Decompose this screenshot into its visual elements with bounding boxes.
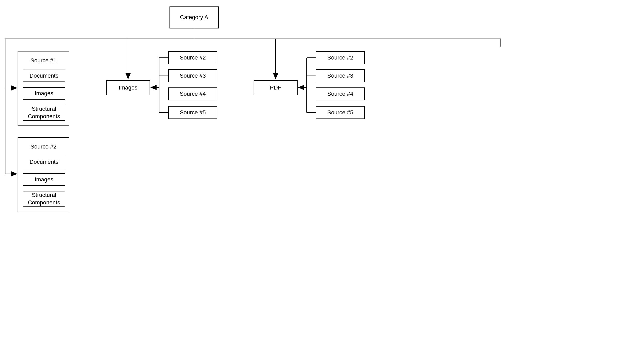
source1-item-images: Images — [23, 87, 65, 100]
middle-source-label: Source #5 — [180, 109, 206, 116]
source2-item-structural: Structural Components — [23, 191, 65, 207]
right-source-4: Source #4 — [316, 87, 365, 100]
pdf-label: PDF — [270, 84, 281, 92]
source1-item-label: Documents — [30, 72, 58, 80]
source2-title: Source #2 — [18, 143, 69, 150]
pdf-box: PDF — [254, 80, 298, 95]
source2-item-images: Images — [23, 173, 65, 186]
source1-item-label: Images — [35, 90, 53, 97]
source1-item-structural: Structural Components — [23, 105, 65, 121]
right-source-2: Source #2 — [316, 51, 365, 64]
right-source-label: Source #4 — [327, 90, 353, 98]
middle-source-2: Source #2 — [168, 51, 217, 64]
right-source-label: Source #5 — [327, 109, 353, 116]
middle-source-label: Source #3 — [180, 72, 206, 80]
source2-item-label: Documents — [30, 158, 58, 166]
images-box: Images — [106, 80, 150, 95]
right-source-label: Source #3 — [327, 72, 353, 80]
middle-source-3: Source #3 — [168, 69, 217, 82]
root-category-box: Category A — [170, 6, 219, 28]
middle-source-5: Source #5 — [168, 106, 217, 119]
source2-container: Source #2 Documents Images Structural Co… — [18, 137, 69, 212]
source1-container: Source #1 Documents Images Structural Co… — [18, 51, 69, 126]
right-source-label: Source #2 — [327, 54, 353, 62]
source2-item-documents: Documents — [23, 156, 65, 168]
diagram-connectors — [0, 0, 619, 364]
middle-source-label: Source #4 — [180, 90, 206, 98]
source2-item-label: Images — [35, 176, 53, 183]
source1-item-label: Structural Components — [23, 105, 65, 120]
source2-item-label: Structural Components — [23, 191, 65, 206]
middle-source-label: Source #2 — [180, 54, 206, 62]
images-label: Images — [119, 84, 137, 92]
right-source-3: Source #3 — [316, 69, 365, 82]
root-label: Category A — [180, 14, 208, 21]
right-source-5: Source #5 — [316, 106, 365, 119]
source1-item-documents: Documents — [23, 70, 65, 82]
source1-title: Source #1 — [18, 57, 69, 64]
middle-source-4: Source #4 — [168, 87, 217, 100]
